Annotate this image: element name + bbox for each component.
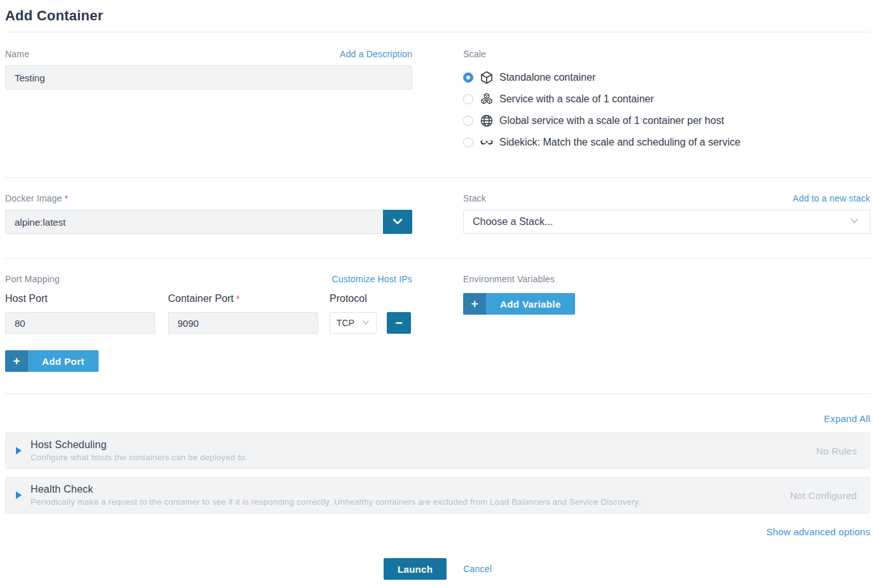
chevron-down-icon	[391, 215, 404, 229]
advanced-sections: Expand All Host Scheduling Configure wha…	[5, 394, 870, 547]
customize-host-ips-link[interactable]: Customize Host IPs	[331, 274, 412, 284]
host-scheduling-panel[interactable]: Host Scheduling Configure what hosts the…	[5, 432, 870, 469]
status-badge: Not Configured	[790, 490, 857, 501]
cancel-link[interactable]: Cancel	[463, 564, 492, 574]
radio-unselected[interactable]	[463, 137, 473, 147]
plus-icon: +	[463, 293, 486, 315]
stack-select[interactable]: Choose a Stack...	[463, 210, 870, 234]
remove-port-button[interactable]: −	[387, 312, 411, 334]
caret-right-icon	[16, 447, 22, 455]
add-new-stack-link[interactable]: Add to a new stack	[793, 193, 870, 203]
protocol-select[interactable]: TCP	[330, 312, 377, 334]
protocol-select-value: TCP	[337, 318, 354, 328]
port-mapping-section: Port Mapping Customize Host IPs Host Por…	[5, 274, 412, 372]
scale-option-service[interactable]: Service with a scale of 1 container	[463, 88, 870, 110]
cube-icon	[480, 71, 494, 85]
scale-label: Scale	[463, 49, 870, 59]
accordion-title: Host Scheduling	[31, 439, 801, 451]
environment-variables-label: Environment Variables	[463, 274, 555, 284]
sidekick-mask-icon	[480, 135, 494, 149]
name-section: Name Add a Description	[5, 49, 412, 90]
docker-image-section: Docker Image*	[5, 193, 412, 234]
show-advanced-options-link[interactable]: Show advanced options	[767, 526, 870, 537]
scale-option-standalone[interactable]: Standalone container	[463, 67, 870, 88]
accordion-description: Periodically make a request to the conta…	[31, 497, 775, 507]
required-mark: *	[236, 294, 239, 304]
scale-option-label: Global service with a scale of 1 contain…	[499, 115, 724, 126]
scale-option-label: Service with a scale of 1 container	[499, 93, 654, 105]
radio-unselected[interactable]	[463, 116, 473, 126]
chevron-down-icon	[361, 317, 371, 329]
image-stack-row: Docker Image* Stack Add to a new stack C…	[5, 178, 870, 258]
health-check-panel[interactable]: Health Check Periodically make a request…	[5, 477, 870, 514]
scale-option-sidekick[interactable]: Sidekick: Match the scale and scheduling…	[463, 132, 870, 153]
port-mapping-label: Port Mapping	[5, 274, 60, 284]
page-title: Add Container	[5, 0, 870, 32]
host-port-input[interactable]	[5, 312, 155, 334]
name-scale-row: Name Add a Description Scale Standalone …	[5, 32, 870, 177]
radio-unselected[interactable]	[463, 94, 473, 104]
name-label: Name	[5, 49, 29, 59]
expand-all-link[interactable]: Expand All	[824, 413, 870, 424]
accordion-title: Health Check	[31, 484, 775, 495]
stack-section: Stack Add to a new stack Choose a Stack.…	[463, 193, 870, 234]
add-port-button[interactable]: + Add Port	[5, 350, 99, 372]
name-input[interactable]	[5, 65, 412, 90]
docker-image-input[interactable]	[5, 210, 383, 234]
scale-option-label: Sidekick: Match the scale and scheduling…	[499, 137, 740, 148]
stack-select-value: Choose a Stack...	[473, 216, 553, 228]
required-mark: *	[65, 193, 69, 203]
stack-label: Stack	[463, 193, 486, 203]
launch-button[interactable]: Launch	[384, 558, 447, 580]
scale-section: Scale Standalone container	[463, 49, 870, 153]
minus-icon: −	[395, 317, 403, 329]
plus-icon: +	[5, 350, 28, 372]
chevron-down-icon	[848, 214, 861, 229]
accordion-description: Configure what hosts the containers can …	[31, 453, 801, 462]
scale-option-label: Standalone container	[499, 72, 595, 83]
ports-env-row: Port Mapping Customize Host IPs Host Por…	[5, 259, 870, 393]
add-description-link[interactable]: Add a Description	[340, 49, 412, 59]
caret-right-icon	[16, 491, 22, 499]
globe-icon	[480, 114, 494, 128]
scale-option-global[interactable]: Global service with a scale of 1 contain…	[463, 110, 870, 132]
add-variable-button[interactable]: + Add Variable	[463, 293, 575, 315]
host-port-header: Host Port	[5, 293, 155, 304]
protocol-header: Protocol	[330, 293, 377, 304]
image-dropdown-button[interactable]	[383, 210, 412, 234]
add-container-form: Add Container Name Add a Description Sca…	[0, 0, 883, 580]
container-port-header: Container Port*	[168, 293, 318, 304]
container-port-input[interactable]	[168, 312, 318, 334]
port-row: Host Port Container Port* Protocol TCP	[5, 293, 412, 334]
docker-image-label: Docker Image*	[5, 193, 68, 203]
status-badge: No Rules	[816, 446, 857, 456]
service-cubes-icon	[480, 92, 494, 106]
form-actions: Launch Cancel	[5, 558, 870, 580]
environment-variables-section: Environment Variables + Add Variable	[463, 274, 870, 315]
radio-selected[interactable]	[463, 72, 473, 83]
